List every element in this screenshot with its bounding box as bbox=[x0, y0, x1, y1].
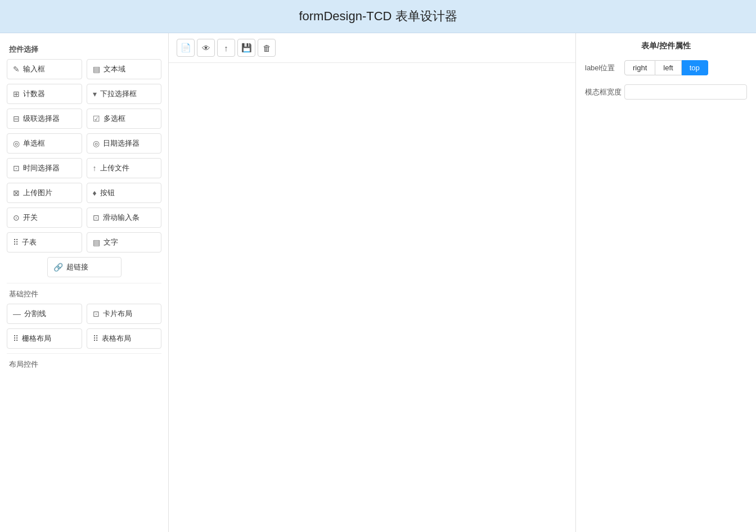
table-layout-label: 表格布局 bbox=[102, 333, 131, 344]
section-divider-1 bbox=[7, 283, 161, 283]
upload-file-icon: ↑ bbox=[93, 164, 97, 173]
card-layout-icon: ⊡ bbox=[93, 309, 100, 318]
preview-icon: 👁 bbox=[202, 43, 210, 53]
app-title: formDesign-TCD 表单设计器 bbox=[299, 9, 457, 23]
hyperlink-label: 超链接 bbox=[66, 262, 88, 272]
toolbar-save-btn[interactable]: 💾 bbox=[237, 39, 255, 57]
card-layout-label: 卡片布局 bbox=[103, 309, 132, 319]
control-table-layout[interactable]: ⠿ 表格布局 bbox=[87, 328, 162, 349]
switch-label: 开关 bbox=[23, 213, 38, 223]
modal-width-label: 模态框宽度 bbox=[585, 87, 624, 97]
toolbar-delete-btn[interactable]: 🗑 bbox=[258, 39, 276, 57]
new-icon: 📄 bbox=[181, 43, 191, 53]
grid-layout-icon: ⠿ bbox=[13, 334, 19, 343]
divider-icon: — bbox=[13, 309, 21, 318]
control-subtable[interactable]: ⠿ 子表 bbox=[7, 232, 82, 253]
button-label: 按钮 bbox=[100, 188, 115, 198]
textarea-icon: ▤ bbox=[93, 65, 100, 74]
control-checkbox[interactable]: ☑ 多选框 bbox=[87, 109, 162, 129]
basic-controls-grid: — 分割线 ⊡ 卡片布局 ⠿ 栅格布局 ⠿ 表格布局 bbox=[7, 304, 161, 349]
control-text[interactable]: ▤ 文字 bbox=[87, 232, 162, 253]
canvas-area bbox=[169, 63, 575, 532]
basic-controls-label: 基础控件 bbox=[7, 289, 161, 299]
button-icon: ♦ bbox=[93, 188, 97, 197]
toolbar-preview-btn[interactable]: 👁 bbox=[197, 39, 215, 57]
dropdown-label: 下拉选择框 bbox=[100, 89, 137, 99]
toolbar-new-btn[interactable]: 📄 bbox=[177, 39, 195, 57]
subtable-icon: ⠿ bbox=[13, 238, 19, 247]
control-slider[interactable]: ⊡ 滑动输入条 bbox=[87, 208, 162, 228]
label-position-group: right left top bbox=[624, 60, 708, 75]
hyperlink-icon: 🔗 bbox=[53, 263, 63, 272]
control-datepicker[interactable]: ◎ 日期选择器 bbox=[87, 133, 162, 154]
timepicker-icon: ⊡ bbox=[13, 164, 20, 173]
label-position-top[interactable]: top bbox=[682, 60, 708, 75]
import-icon: ↑ bbox=[224, 43, 228, 53]
upload-image-label: 上传图片 bbox=[23, 188, 52, 198]
controls-grid-1: ✎ 输入框 ▤ 文本域 ⊞ 计数器 ▾ 下拉选择框 ⊟ 级联选择器 bbox=[7, 59, 161, 253]
input-icon: ✎ bbox=[13, 65, 20, 74]
right-panel: 表单/控件属性 label位置 right left top 模态框宽度 bbox=[576, 33, 756, 532]
control-input[interactable]: ✎ 输入框 bbox=[7, 59, 82, 79]
text-icon: ▤ bbox=[93, 238, 100, 247]
cascader-icon: ⊟ bbox=[13, 114, 20, 123]
center-panel: 📄 👁 ↑ 💾 🗑 bbox=[169, 33, 576, 532]
control-button[interactable]: ♦ 按钮 bbox=[87, 183, 162, 203]
left-panel: 控件选择 ✎ 输入框 ▤ 文本域 ⊞ 计数器 ▾ 下拉选择框 bbox=[0, 33, 169, 532]
input-label: 输入框 bbox=[23, 64, 45, 74]
datepicker-label: 日期选择器 bbox=[103, 138, 140, 148]
slider-icon: ⊡ bbox=[93, 213, 100, 222]
control-hyperlink[interactable]: 🔗 超链接 bbox=[47, 257, 122, 277]
control-cascader[interactable]: ⊟ 级联选择器 bbox=[7, 109, 82, 129]
control-switch[interactable]: ⊙ 开关 bbox=[7, 208, 82, 228]
control-dropdown[interactable]: ▾ 下拉选择框 bbox=[87, 84, 162, 104]
section-divider-2 bbox=[7, 353, 161, 354]
textarea-label: 文本域 bbox=[104, 64, 125, 74]
control-card-layout[interactable]: ⊡ 卡片布局 bbox=[87, 304, 162, 324]
control-timepicker[interactable]: ⊡ 时间选择器 bbox=[7, 158, 82, 178]
subtable-label: 子表 bbox=[22, 237, 37, 247]
save-icon: 💾 bbox=[241, 43, 252, 53]
switch-icon: ⊙ bbox=[13, 213, 20, 222]
toolbar: 📄 👁 ↑ 💾 🗑 bbox=[169, 33, 575, 63]
text-label: 文字 bbox=[104, 237, 118, 247]
hyperlink-row: 🔗 超链接 bbox=[7, 257, 161, 277]
dropdown-icon: ▾ bbox=[93, 89, 97, 98]
checkbox-icon: ☑ bbox=[93, 114, 100, 123]
checkbox-label: 多选框 bbox=[104, 114, 125, 124]
radio-label: 单选框 bbox=[23, 138, 45, 148]
label-position-row: label位置 right left top bbox=[585, 60, 747, 75]
grid-layout-label: 栅格布局 bbox=[22, 333, 51, 344]
counter-label: 计数器 bbox=[23, 89, 45, 99]
counter-icon: ⊞ bbox=[13, 89, 20, 98]
upload-image-icon: ⊠ bbox=[13, 188, 20, 197]
delete-icon: 🗑 bbox=[263, 43, 271, 53]
label-position-right[interactable]: right bbox=[624, 60, 655, 75]
table-layout-icon: ⠿ bbox=[93, 334, 98, 343]
label-position-label: label位置 bbox=[585, 63, 624, 73]
control-divider[interactable]: — 分割线 bbox=[7, 304, 82, 324]
control-grid-layout[interactable]: ⠿ 栅格布局 bbox=[7, 328, 82, 349]
timepicker-label: 时间选择器 bbox=[23, 163, 60, 173]
layout-controls-label: 布局控件 bbox=[7, 359, 161, 369]
divider-label: 分割线 bbox=[24, 309, 46, 319]
control-counter[interactable]: ⊞ 计数器 bbox=[7, 84, 82, 104]
control-textarea[interactable]: ▤ 文本域 bbox=[87, 59, 162, 79]
modal-width-input[interactable] bbox=[624, 84, 747, 100]
toolbar-import-btn[interactable]: ↑ bbox=[217, 39, 235, 57]
slider-label: 滑动输入条 bbox=[103, 213, 140, 223]
control-upload-file[interactable]: ↑ 上传文件 bbox=[87, 158, 162, 178]
app-body: 控件选择 ✎ 输入框 ▤ 文本域 ⊞ 计数器 ▾ 下拉选择框 bbox=[0, 33, 756, 532]
modal-width-row: 模态框宽度 bbox=[585, 84, 747, 100]
control-radio[interactable]: ◎ 单选框 bbox=[7, 133, 82, 154]
control-upload-image[interactable]: ⊠ 上传图片 bbox=[7, 183, 82, 203]
radio-icon: ◎ bbox=[13, 139, 20, 148]
upload-file-label: 上传文件 bbox=[100, 163, 129, 173]
label-position-left[interactable]: left bbox=[655, 60, 681, 75]
right-panel-title: 表单/控件属性 bbox=[585, 41, 747, 51]
cascader-label: 级联选择器 bbox=[23, 114, 60, 124]
app-header: formDesign-TCD 表单设计器 bbox=[0, 0, 756, 33]
datepicker-icon: ◎ bbox=[93, 139, 100, 148]
controls-section-title: 控件选择 bbox=[7, 44, 161, 55]
